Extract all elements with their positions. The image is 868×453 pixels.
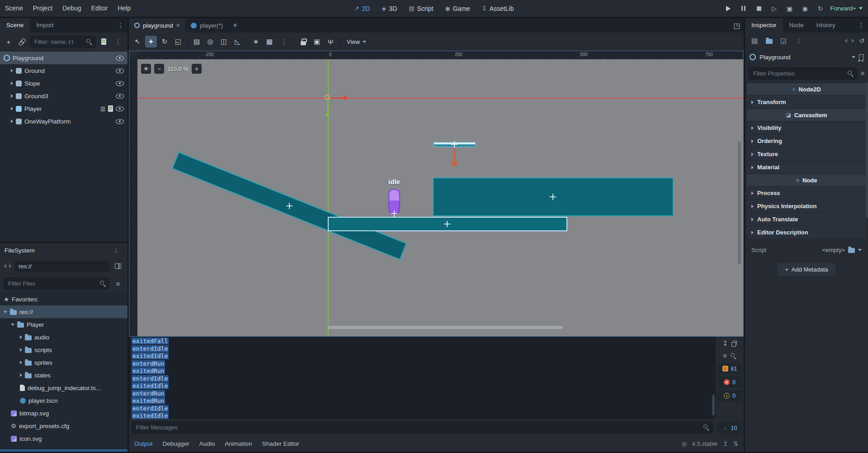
filter-properties-input[interactable] bbox=[749, 67, 857, 80]
select-tool-button[interactable]: ↖ bbox=[132, 36, 143, 48]
file-row-scripts[interactable]: scripts bbox=[0, 343, 127, 356]
history-icon[interactable]: ↺ bbox=[859, 37, 864, 44]
new-scene-tab-button[interactable]: + bbox=[228, 18, 242, 33]
visibility-eye-icon[interactable] bbox=[116, 81, 124, 86]
file-row-sprites[interactable]: sprites bbox=[0, 356, 127, 369]
tab-output[interactable]: Output bbox=[134, 440, 153, 447]
error-count-badge[interactable]: × 0 bbox=[717, 377, 742, 388]
viewport-v-scrollbar[interactable] bbox=[738, 142, 741, 264]
pan-tool-button[interactable]: ◫ bbox=[218, 36, 230, 48]
expander-chevron-icon[interactable] bbox=[20, 373, 22, 377]
pin-bottom-panel-icon[interactable]: ↥ bbox=[723, 440, 728, 447]
scene-tree-item-playground[interactable]: Playground bbox=[0, 52, 127, 64]
history-back-icon[interactable] bbox=[844, 38, 847, 43]
zoom-in-button[interactable]: + bbox=[192, 64, 202, 74]
run-instances-button[interactable]: ↻ bbox=[815, 3, 826, 14]
menu-help[interactable]: Help bbox=[113, 0, 136, 17]
origin-gizmo[interactable] bbox=[325, 95, 330, 100]
section-material[interactable]: Material bbox=[747, 161, 866, 173]
log-scrollbar[interactable] bbox=[712, 395, 715, 415]
grid-snap-button[interactable]: ▦ bbox=[264, 36, 275, 48]
menu-scene[interactable]: Scene bbox=[0, 0, 28, 17]
tab-debugger[interactable]: Debugger bbox=[163, 440, 189, 447]
ruler-tool-button[interactable]: ◺ bbox=[231, 36, 243, 48]
attach-script-button[interactable] bbox=[98, 36, 109, 48]
instantiate-scene-button[interactable] bbox=[16, 36, 28, 48]
add-metadata-button[interactable]: + Add Metadata bbox=[778, 263, 835, 276]
group-selected-button[interactable]: ▣ bbox=[311, 36, 323, 48]
tab-inspector[interactable]: Inspector bbox=[745, 18, 783, 33]
tab-shader-editor[interactable]: Shader Editor bbox=[262, 440, 299, 447]
file-row-favorites[interactable]: ★ Favorites: bbox=[0, 293, 127, 305]
section-physics-interpolation[interactable]: Physics Interpolation bbox=[747, 200, 866, 212]
history-forward-icon[interactable] bbox=[852, 38, 854, 43]
workspace-script-button[interactable]: ▤ Script bbox=[404, 3, 438, 14]
pivot-tool-button[interactable]: ◎ bbox=[204, 36, 216, 48]
tab-history[interactable]: History bbox=[810, 18, 842, 33]
filter-messages-input[interactable] bbox=[132, 421, 713, 434]
output-log[interactable]: exitedFall enterdIdle exitedIdle enterdR… bbox=[129, 337, 716, 419]
script-property-value[interactable]: <empty> bbox=[822, 247, 845, 253]
workspace-2d-button[interactable]: ↗ 2D bbox=[350, 3, 375, 14]
resource-menu-icon[interactable]: ⋮ bbox=[792, 33, 806, 48]
scene-tree-item-player[interactable]: Player ▥ bbox=[0, 102, 127, 115]
zoom-level[interactable]: 110.0 % bbox=[167, 66, 189, 72]
alert-count-badge[interactable]: ! 0 bbox=[717, 390, 742, 401]
dock-menu-icon[interactable]: ⋮ bbox=[114, 18, 127, 33]
expander-chevron-icon[interactable] bbox=[11, 94, 13, 98]
expand-bottom-panel-icon[interactable]: ⇅ bbox=[733, 440, 738, 447]
rotate-tool-button[interactable]: ↻ bbox=[159, 36, 170, 48]
tab-playground-scene[interactable]: playground × bbox=[129, 18, 185, 33]
section-auto-translate[interactable]: Auto Translate bbox=[747, 213, 866, 225]
category-canvasitem[interactable]: ◪ CanvasItem bbox=[747, 109, 866, 121]
2d-viewport[interactable]: -250 0 250 500 750 ☀ − 110.0 % + idle bbox=[129, 51, 744, 337]
section-visibility[interactable]: Visibility bbox=[747, 122, 866, 134]
scene-tree-item-ground3[interactable]: Ground3 bbox=[0, 90, 127, 102]
file-row-audio[interactable]: audio bbox=[0, 331, 127, 343]
skeleton-options-button[interactable]: Ψ bbox=[325, 36, 336, 48]
file-row-export-presets[interactable]: ⚙ export_presets.cfg bbox=[0, 420, 127, 432]
movie-maker-button[interactable]: ◉ bbox=[800, 3, 811, 14]
expander-chevron-icon[interactable] bbox=[20, 361, 22, 364]
save-resource-button[interactable]: ◲ bbox=[778, 35, 789, 47]
file-row-debug-jump-indecator[interactable]: debug_jump_indecator.ts... bbox=[0, 381, 127, 394]
category-node2d[interactable]: ○ Node2D bbox=[747, 83, 866, 95]
file-row-icon-svg[interactable]: icon.svg bbox=[0, 432, 127, 445]
distraction-free-button[interactable]: ◳ bbox=[730, 18, 744, 33]
bookmark-icon[interactable] bbox=[859, 54, 863, 60]
close-icon[interactable]: × bbox=[176, 22, 180, 29]
expanded-chevron-icon[interactable] bbox=[11, 324, 14, 326]
menu-project[interactable]: Project bbox=[28, 0, 58, 17]
tab-animation[interactable]: Animation bbox=[225, 440, 252, 447]
scene-tree-menu-icon[interactable]: ⋮ bbox=[111, 34, 125, 49]
expander-chevron-icon[interactable] bbox=[11, 119, 13, 123]
pause-button[interactable] bbox=[738, 3, 749, 14]
filesystem-menu-icon[interactable]: ⋮ bbox=[109, 243, 123, 257]
menu-editor[interactable]: Editor bbox=[86, 0, 113, 17]
toggle-split-mode-button[interactable] bbox=[112, 260, 124, 272]
tab-import[interactable]: Import bbox=[30, 18, 60, 33]
wrap-lines-icon[interactable]: ≡ bbox=[723, 352, 726, 359]
visibility-eye-icon[interactable] bbox=[116, 68, 124, 73]
info-count-badge[interactable]: ↓ 10 bbox=[717, 422, 742, 434]
workspace-assetlib-button[interactable]: ↧ AssetLib bbox=[477, 3, 519, 14]
scene-tree-item-ground[interactable]: Ground bbox=[0, 64, 127, 77]
stop-button[interactable] bbox=[754, 3, 764, 14]
tab-player-scene[interactable]: player(*) bbox=[185, 18, 228, 33]
expander-chevron-icon[interactable] bbox=[11, 69, 13, 72]
file-row-res-root[interactable]: res:// bbox=[0, 305, 127, 318]
property-tools-icon[interactable]: ≡ bbox=[861, 70, 864, 77]
snap-options-menu-icon[interactable]: ⋮ bbox=[277, 34, 291, 49]
save-log-icon[interactable]: ↧ bbox=[722, 340, 728, 347]
tab-scene[interactable]: Scene bbox=[0, 18, 30, 33]
view-menu-button[interactable]: View bbox=[343, 38, 370, 45]
play-custom-scene-button[interactable]: ▣ bbox=[784, 3, 795, 14]
file-row-player-tscn[interactable]: player.tscn bbox=[0, 394, 127, 407]
scene-tree-item-slope[interactable]: Slope bbox=[0, 77, 127, 90]
visibility-eye-icon[interactable] bbox=[116, 106, 124, 111]
chevron-down-icon[interactable] bbox=[858, 249, 862, 251]
attached-script-icon[interactable] bbox=[108, 105, 113, 112]
workspace-3d-button[interactable]: ◈ 3D bbox=[377, 3, 401, 14]
visibility-eye-icon[interactable] bbox=[116, 94, 124, 99]
copy-log-icon[interactable] bbox=[731, 341, 737, 346]
